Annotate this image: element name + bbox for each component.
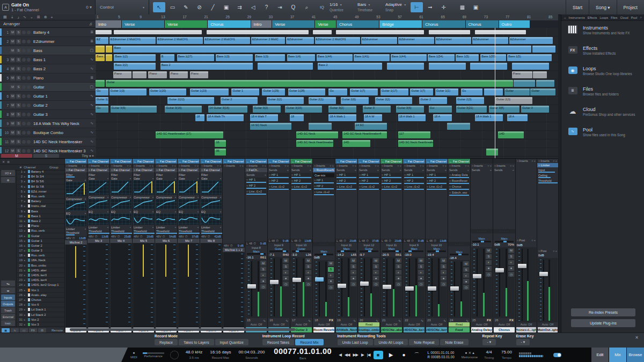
audio-clip[interactable]: Guitar 2(11) bbox=[96, 97, 108, 104]
monitor-button[interactable] bbox=[27, 85, 31, 89]
history-icon[interactable]: ◷ bbox=[396, 282, 401, 286]
channel-name-label[interactable]: Feed bbox=[449, 327, 470, 333]
audio-clip[interactable] bbox=[106, 46, 112, 53]
monitor-button[interactable] bbox=[27, 94, 31, 98]
channel-name-label[interactable]: 18AWalk..Neck bbox=[336, 327, 357, 333]
audio-clip[interactable] bbox=[514, 80, 535, 87]
home-icon[interactable]: ⌂ bbox=[564, 16, 566, 19]
strip-header[interactable]: ← Fat Channel bbox=[65, 159, 87, 164]
audio-clip[interactable]: Guitar 2(1) bbox=[309, 97, 336, 104]
plugin-header[interactable]: A Gate On 1 - Fat Channel 0 ▾ bbox=[0, 0, 96, 14]
inserts-header[interactable]: ○Inserts▿ + bbox=[516, 159, 537, 163]
fx-view-button[interactable]: FX bbox=[29, 328, 37, 333]
fat-channel-insert[interactable]: ○ Fat Channel bbox=[110, 168, 132, 172]
record-arm-button[interactable] bbox=[22, 149, 26, 153]
strip-header[interactable]: ← Fat Channel bbox=[223, 159, 245, 164]
pan-control[interactable] bbox=[247, 253, 266, 255]
pan-control[interactable] bbox=[292, 250, 311, 252]
volume-fader[interactable] bbox=[360, 282, 369, 286]
console-channel-row[interactable]: 27●Chorus bbox=[16, 298, 64, 302]
arranger-section-chorus-7[interactable]: Chorus bbox=[336, 20, 379, 28]
solo-button[interactable]: S bbox=[463, 267, 469, 272]
record-button-replace[interactable]: Replace bbox=[155, 339, 178, 345]
channel-name-label[interactable]: Chorus bbox=[494, 327, 515, 333]
mute-button[interactable]: M bbox=[373, 258, 379, 263]
solo-button[interactable]: S bbox=[508, 254, 514, 259]
send-slot-hp-1[interactable]: ○ HP 1 bbox=[313, 178, 334, 183]
io-dropdown[interactable]: I/O ▾ bbox=[1, 170, 15, 176]
automation-mode[interactable]: Read bbox=[358, 322, 379, 327]
monitor-button[interactable] bbox=[27, 131, 31, 135]
listen-tool[interactable]: ◁ bbox=[247, 2, 259, 12]
send-slot-line-t1-2[interactable]: ○ Line..t1+2 bbox=[336, 184, 357, 190]
mute-button[interactable]: M bbox=[10, 103, 15, 108]
audio-clip[interactable]: Guitar 3(8) bbox=[489, 106, 519, 113]
preamp-gain-row[interactable]: 48V∅9 dB bbox=[223, 243, 245, 248]
preamp-gain-row[interactable]: L48∅37dB bbox=[358, 239, 380, 243]
audio-clip[interactable]: Guitar 2(22) bbox=[167, 97, 214, 104]
solo-button[interactable]: S bbox=[16, 149, 21, 153]
sends-header[interactable]: Sends+ bbox=[403, 168, 425, 172]
history-icon[interactable]: ◷ bbox=[260, 284, 266, 289]
record-arm-button[interactable] bbox=[22, 94, 26, 98]
search-icon[interactable]: ⌕ bbox=[640, 16, 642, 19]
narrow-view-button[interactable]: ▣ bbox=[2, 328, 10, 333]
console-channel-row[interactable]: 10●Bass 1 bbox=[16, 214, 64, 219]
timing-display[interactable]: 4/4Timing bbox=[484, 350, 494, 360]
audio-clip[interactable]: Bass 1(5) bbox=[507, 54, 552, 61]
track-row-boutique-combo[interactable]: 10MSBoutique Combo∿ bbox=[0, 128, 96, 137]
audio-clip[interactable]: 14 Guitar 3(16) bbox=[208, 106, 247, 113]
audio-clip[interactable]: Bass 2(2) bbox=[96, 54, 105, 61]
history-icon[interactable]: ◷ bbox=[305, 282, 311, 286]
console-channel-row[interactable]: 18●Roo..verb bbox=[16, 253, 64, 258]
audio-clip[interactable]: EZdrummer bbox=[398, 37, 434, 44]
preamp-gain-row[interactable]: · · · · · bbox=[313, 242, 335, 246]
monitor-button[interactable] bbox=[27, 76, 31, 80]
master-strip-mainout-ight[interactable]: ○Inserts▿ +○ LimiterInputCeilingThreshol… bbox=[537, 159, 559, 333]
monitor-button[interactable]: ● bbox=[260, 278, 266, 283]
rail-inputs-button[interactable]: Inputs bbox=[1, 294, 15, 300]
inserts-header[interactable]: ○Inserts▿ + bbox=[471, 164, 493, 168]
audio-clip[interactable]: 14 SC Neck bbox=[250, 123, 292, 130]
strip-header[interactable]: ← Fat Channel bbox=[358, 159, 380, 164]
audio-clip[interactable]: Bass 1(4) bbox=[287, 54, 315, 61]
send-slot-hp-2[interactable]: ○ HP 2 bbox=[336, 179, 357, 184]
track-height-dropdown[interactable]: Tiny ▾ ≡ bbox=[82, 154, 94, 158]
audio-clip[interactable]: Guitar 1(23) bbox=[190, 88, 229, 95]
record-button-note-repeat[interactable]: Note Repeat bbox=[409, 339, 439, 345]
audio-clip[interactable]: Bass 1(5) bbox=[456, 54, 479, 61]
strip-header[interactable]: ← Fat Channel bbox=[87, 159, 109, 164]
solo-button[interactable]: S bbox=[16, 39, 21, 44]
volume-fader[interactable] bbox=[292, 278, 301, 282]
send-slot-hp-2[interactable]: ○ HP 2 bbox=[426, 179, 447, 184]
preamp-gain-row[interactable]: L48∅20dB bbox=[380, 239, 402, 243]
history-icon[interactable]: ◷ bbox=[508, 272, 514, 277]
automation-mode[interactable]: Auto: Off bbox=[404, 322, 425, 327]
automation-mode[interactable]: Auto: Off bbox=[313, 322, 334, 327]
send-slot-sidech-sso[interactable]: ○ Sidech..sso bbox=[449, 190, 470, 196]
channel-name-label[interactable]: Analog Delay bbox=[471, 327, 492, 333]
output-bus-label[interactable]: Main bbox=[493, 237, 515, 241]
solo-button[interactable]: S bbox=[373, 264, 379, 269]
console-channel-row[interactable]: 28●Vox 6 bbox=[16, 302, 64, 307]
monitor-button[interactable] bbox=[27, 40, 31, 43]
fat-channel-insert[interactable]: ○ Fat Channel bbox=[133, 168, 155, 172]
audio-clip[interactable]: Guitar 1(17) bbox=[380, 88, 408, 95]
history-icon[interactable]: ◷ bbox=[350, 282, 356, 286]
record-arm-button[interactable] bbox=[22, 67, 26, 71]
browser-tab-effects[interactable]: Effects bbox=[588, 16, 597, 19]
track-row-piano[interactable]: 5MSPiano≣ bbox=[0, 73, 96, 83]
solo-button[interactable]: S bbox=[16, 76, 21, 80]
gate-graph[interactable] bbox=[201, 180, 222, 195]
audio-clip[interactable]: Piano bbox=[170, 71, 188, 78]
audio-clip[interactable] bbox=[484, 88, 502, 95]
track-row-battery-4[interactable]: 1MSBattery 4≣ bbox=[0, 28, 96, 37]
plugin-preset-dropdown[interactable]: 0 ▾ bbox=[86, 5, 92, 10]
arranger-section-bridge-8[interactable]: Bridge bbox=[379, 20, 422, 28]
eq-graph[interactable] bbox=[201, 213, 222, 225]
monitor-button[interactable]: ● bbox=[508, 266, 514, 271]
automation-mode[interactable]: Auto: Off bbox=[538, 322, 558, 327]
inserts-header[interactable]: ○Inserts▿ + bbox=[358, 164, 380, 168]
automation-mode[interactable]: Auto: Off bbox=[516, 322, 536, 327]
send-slot-hp-1[interactable]: ○ HP 1 bbox=[246, 178, 267, 183]
